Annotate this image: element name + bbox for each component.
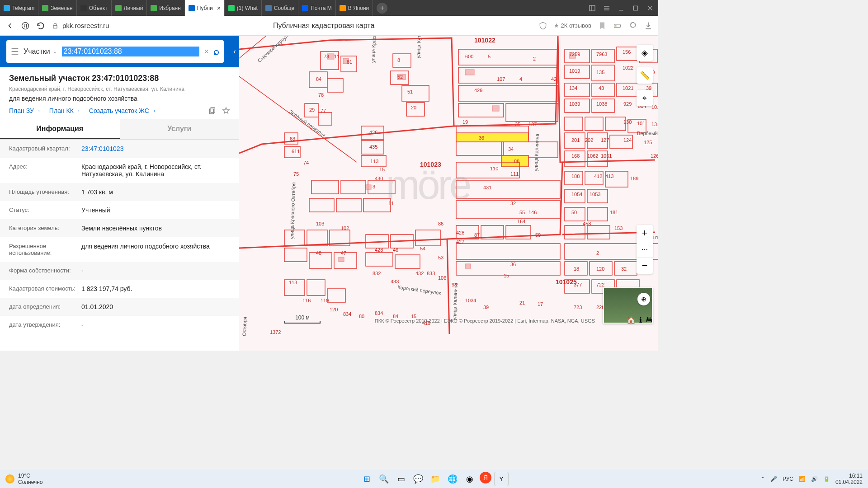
svg-text:11: 11 [334, 54, 340, 59]
bookmark-icon[interactable] [598, 21, 607, 30]
svg-text:11: 11 [388, 201, 394, 206]
svg-text:73: 73 [324, 54, 329, 59]
tab-whatsapp[interactable]: (1) What [225, 0, 262, 16]
copy-icon[interactable] [208, 107, 217, 115]
measure-button[interactable]: 📏 [637, 67, 653, 84]
svg-text:427: 427 [456, 239, 464, 244]
svg-text:202: 202 [585, 137, 593, 143]
url-text[interactable]: pkk.rosreestr.ru [62, 22, 109, 29]
svg-text:51: 51 [407, 89, 413, 94]
svg-text:улица Кутузова: улица Кутузова [415, 36, 422, 58]
parcel-use: для ведения личного подсобного хозяйства [9, 95, 230, 102]
create-zhs-link[interactable]: Создать участок ЖС→ [89, 107, 156, 114]
compass-button[interactable]: ⊕ [637, 293, 650, 305]
zoom-dots-button[interactable]: ⋯ [637, 241, 653, 258]
svg-text:134: 134 [569, 85, 577, 91]
window-close-icon[interactable] [646, 5, 654, 12]
svg-rect-0 [590, 5, 595, 11]
svg-text:833: 833 [427, 271, 435, 276]
svg-rect-9 [615, 25, 616, 26]
svg-text:120: 120 [330, 307, 338, 312]
svg-rect-8 [620, 25, 621, 26]
svg-text:53: 53 [438, 255, 443, 260]
parcel-title: Земельный участок 23:47:0101023:88 [9, 74, 230, 83]
search-input[interactable] [62, 47, 200, 56]
download-icon[interactable] [644, 21, 653, 30]
maximize-icon[interactable] [632, 5, 639, 12]
svg-text:1019: 1019 [569, 68, 580, 74]
svg-text:3: 3 [373, 184, 375, 189]
close-icon[interactable]: × [217, 5, 221, 12]
tab-pkk-active[interactable]: Публи× [185, 0, 225, 16]
search-icon[interactable]: ⌕ [213, 46, 219, 57]
menu-icon[interactable] [603, 5, 610, 12]
tab-mail[interactable]: Почта М [298, 0, 336, 16]
svg-rect-12 [456, 133, 528, 142]
svg-text:7963: 7963 [596, 52, 607, 57]
svg-text:929: 929 [623, 101, 632, 107]
clear-icon[interactable]: × [204, 47, 209, 56]
svg-text:75: 75 [293, 171, 299, 177]
svg-text:52: 52 [397, 74, 403, 80]
svg-text:189: 189 [630, 176, 638, 181]
info-icon[interactable]: ℹ [639, 316, 642, 324]
tab-telegram[interactable]: Telegram [0, 0, 38, 16]
svg-text:1053: 1053 [590, 192, 600, 197]
tab-zemelnye[interactable]: Земельн [38, 0, 76, 16]
minimize-icon[interactable] [618, 5, 625, 12]
plan-kk-link[interactable]: План КК→ [49, 107, 81, 114]
svg-text:улица Калинина: улица Калинина [533, 133, 540, 171]
svg-text:2: 2 [533, 56, 536, 61]
svg-text:80: 80 [359, 314, 364, 319]
home-icon[interactable]: 🏠 [627, 316, 636, 324]
reload-icon[interactable] [36, 21, 45, 30]
shield-icon[interactable] [538, 21, 547, 30]
svg-text:77: 77 [321, 108, 326, 113]
tab-info[interactable]: Информация [0, 119, 120, 139]
svg-text:131: 131 [651, 122, 658, 127]
back-icon[interactable] [5, 21, 14, 30]
browser-tab-strip: Telegram Земельн Объект Личный Избранн П… [0, 0, 658, 16]
tab-izbrannoe[interactable]: Избранн [147, 0, 184, 16]
tab-object[interactable]: Объект [77, 0, 112, 16]
layers-button[interactable]: ◈ [637, 45, 653, 61]
new-tab-button[interactable]: + [377, 3, 387, 14]
svg-text:36: 36 [479, 135, 484, 141]
svg-text:36: 36 [510, 262, 516, 267]
svg-text:430: 430 [375, 176, 383, 181]
zoom-in-button[interactable]: + [637, 225, 653, 241]
cadastral-map[interactable]: 101022 101023 101025 88 731181 84787729 … [239, 36, 658, 351]
plan-zu-link[interactable]: План ЗУ→ [9, 107, 41, 114]
star-icon[interactable] [222, 107, 230, 115]
locate-button[interactable]: ⌖ [637, 90, 653, 106]
tab-vk[interactable]: Сообще [262, 0, 298, 16]
svg-text:111: 111 [510, 171, 519, 177]
zoom-out-button[interactable]: − [637, 258, 653, 274]
svg-text:832: 832 [373, 271, 381, 276]
svg-text:Короткий переулок: Короткий переулок [397, 284, 442, 296]
svg-text:722: 722 [596, 282, 604, 287]
svg-rect-18 [492, 106, 499, 111]
svg-text:43: 43 [599, 85, 604, 91]
tab-japan[interactable]: В Япони [336, 0, 373, 16]
svg-text:436: 436 [369, 130, 377, 135]
lock-icon [52, 22, 59, 29]
collapse-sidebar-button[interactable]: ‹ [230, 36, 239, 67]
tab-lichniy[interactable]: Личный [112, 0, 147, 16]
reviews-link[interactable]: ★ 2К отзывов [554, 22, 591, 29]
print-icon[interactable]: 🖶 [646, 316, 653, 324]
kvartal-link[interactable]: 23:47:0101023 [81, 145, 230, 152]
info-table: Кадастровый квартал:23:47:0101023 Адрес:… [0, 140, 239, 351]
panel-icon[interactable] [589, 5, 596, 12]
hamburger-icon[interactable]: ☰ [11, 46, 19, 57]
zoom-controls: + ⋯ − [637, 225, 653, 274]
svg-text:87: 87 [474, 232, 480, 238]
search-type-select[interactable]: Участки ⌄ [24, 47, 57, 56]
yandex-icon[interactable]: Я [21, 21, 30, 30]
svg-text:1038: 1038 [596, 101, 607, 107]
svg-text:113: 113 [289, 280, 297, 285]
scale-bar: 100 м [284, 314, 321, 324]
svg-text:29: 29 [309, 107, 315, 113]
tab-services[interactable]: Услуги [120, 119, 240, 139]
extensions-icon[interactable] [628, 21, 637, 30]
